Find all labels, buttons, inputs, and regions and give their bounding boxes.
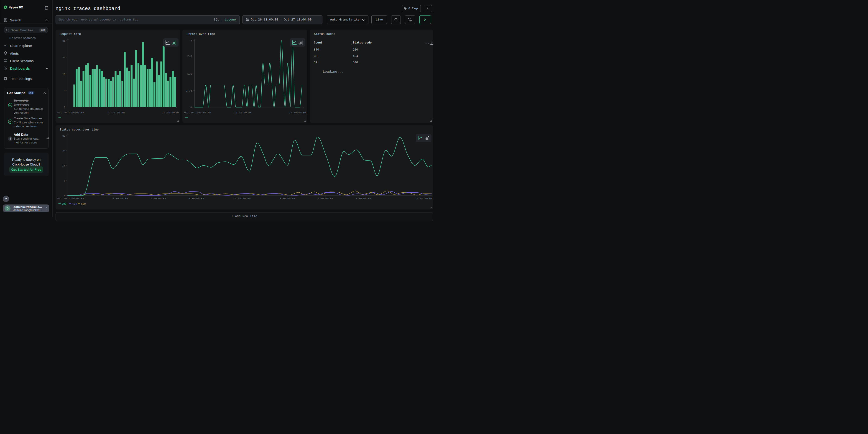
svg-text:9:30:00 PM: 9:30:00 PM — [188, 197, 204, 200]
svg-text:32: 32 — [62, 134, 65, 137]
svg-text:0: 0 — [64, 194, 65, 197]
svg-text:12:30:00 PM: 12:30:00 PM — [289, 111, 306, 114]
svg-text:11:30:00 PM: 11:30:00 PM — [234, 111, 252, 114]
svg-text:12:30:00 PM: 12:30:00 PM — [415, 197, 432, 200]
svg-text:Oct 26 1:00:00 PM: Oct 26 1:00:00 PM — [57, 111, 84, 114]
svg-text:500: 500 — [81, 203, 86, 206]
svg-text:Oct 26 1:00:00 PM: Oct 26 1:00:00 PM — [57, 197, 84, 200]
svg-text:404: 404 — [72, 203, 77, 206]
svg-text:3:30:00 AM: 3:30:00 AM — [279, 197, 295, 200]
svg-text:12:30:00 AM: 12:30:00 AM — [233, 197, 250, 200]
svg-text:2.3: 2.3 — [187, 55, 192, 58]
svg-text:8: 8 — [64, 179, 65, 182]
svg-text:11:30:00 PM: 11:30:00 PM — [107, 111, 125, 114]
svg-text:Oct 26 1:00:00 PM: Oct 26 1:00:00 PM — [184, 111, 211, 114]
svg-text:8:30:00 AM: 8:30:00 AM — [355, 197, 371, 200]
svg-text:200: 200 — [62, 203, 66, 206]
svg-text:16: 16 — [62, 164, 65, 167]
svg-text:27: 27 — [62, 56, 65, 59]
svg-text:24: 24 — [62, 149, 65, 152]
svg-text:0: 0 — [64, 106, 65, 108]
svg-text:36: 36 — [62, 39, 65, 42]
svg-text:18: 18 — [62, 73, 65, 75]
svg-text:3: 3 — [191, 39, 192, 42]
svg-text:1.5: 1.5 — [187, 72, 192, 75]
svg-text:9: 9 — [64, 89, 65, 92]
svg-text:6:00:00 AM: 6:00:00 AM — [317, 197, 333, 200]
svg-text:4:30:00 PM: 4:30:00 PM — [113, 197, 128, 200]
svg-text:12:30:00 PM: 12:30:00 PM — [162, 111, 179, 114]
svg-text:7:00:00 PM: 7:00:00 PM — [150, 197, 166, 200]
svg-text:0: 0 — [191, 106, 192, 109]
svg-text:0.75: 0.75 — [186, 89, 192, 92]
